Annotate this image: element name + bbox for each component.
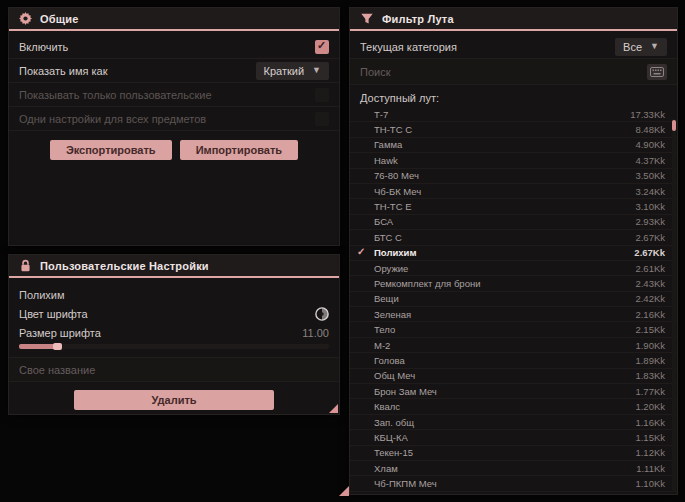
import-button[interactable]: Импортировать bbox=[180, 140, 298, 160]
loot-item-count: 1.90Kk bbox=[635, 340, 665, 351]
resize-grip-icon[interactable] bbox=[339, 486, 349, 496]
loot-item-count: 4.37Kk bbox=[635, 155, 665, 166]
loot-filter-titlebar[interactable]: Фильтр Лута bbox=[350, 8, 677, 31]
enable-row: Включить bbox=[9, 35, 339, 59]
loot-item-row[interactable]: Голова1.89Kk bbox=[350, 353, 677, 368]
slider-handle[interactable] bbox=[53, 343, 62, 350]
loot-item-row[interactable]: Т-717.33Kk bbox=[350, 107, 677, 122]
loot-item-row[interactable]: ТН-ТС Е3.10Kk bbox=[350, 199, 677, 214]
loot-item-name: БТС С bbox=[374, 232, 635, 243]
loot-item-count: 1.10Kk bbox=[635, 478, 665, 489]
loot-item-name: Зап. общ bbox=[374, 417, 635, 428]
loot-item-count: 3.50Kk bbox=[635, 170, 665, 181]
loot-item-row[interactable]: КБЦ-КА1.15Kk bbox=[350, 430, 677, 445]
loot-item-row[interactable]: Брон Зам Меч1.77Kk bbox=[350, 384, 677, 399]
slider-fill bbox=[19, 344, 55, 349]
loot-item-row[interactable]: Ремкомплект для брони2.43Kk bbox=[350, 276, 677, 291]
search-row bbox=[350, 59, 677, 85]
category-row: Текущая категория Все ▼ bbox=[350, 35, 677, 59]
loot-item-count: 2.67Kk bbox=[634, 247, 665, 258]
loot-item-count: 4.90Kk bbox=[635, 139, 665, 150]
loot-item-row[interactable]: Текен-151.12Kk bbox=[350, 446, 677, 461]
loot-item-row[interactable]: Оружие2.61Kk bbox=[350, 261, 677, 276]
user-settings-window: Пользовательские Настройки Полихим Цвет … bbox=[8, 254, 340, 415]
chevron-down-icon: ▼ bbox=[650, 42, 659, 51]
loot-item-count: 2.15Kk bbox=[635, 324, 665, 335]
check-icon: ✓ bbox=[357, 246, 365, 257]
loot-item-name: Текен-15 bbox=[374, 447, 635, 458]
loot-list: Т-717.33KkТН-ТС С8.48KkГамма4.90KkHawk4.… bbox=[350, 107, 677, 492]
loot-item-name: Общ Меч bbox=[374, 370, 635, 381]
loot-item-count: 3.24Kk bbox=[635, 186, 665, 197]
custom-name-row bbox=[9, 358, 339, 382]
only-custom-checkbox[interactable] bbox=[315, 88, 329, 102]
enable-label: Включить bbox=[19, 41, 68, 53]
loot-filter-title: Фильтр Лута bbox=[382, 13, 454, 25]
loot-item-name: БСА bbox=[374, 216, 635, 227]
loot-item-count: 1.89Kk bbox=[635, 355, 665, 366]
general-titlebar[interactable]: Общие bbox=[9, 8, 339, 31]
loot-item-row[interactable]: М-21.90Kk bbox=[350, 338, 677, 353]
font-size-slider[interactable] bbox=[19, 344, 329, 349]
custom-name-input[interactable] bbox=[19, 364, 329, 376]
category-combo[interactable]: Все ▼ bbox=[615, 38, 667, 56]
loot-item-name: Вещи bbox=[374, 293, 635, 304]
selected-item-name: Полихим bbox=[9, 282, 339, 304]
loot-item-row[interactable]: Хлам1.11Kk bbox=[350, 461, 677, 476]
loot-item-row[interactable]: Чб-БК Меч3.24Kk bbox=[350, 184, 677, 199]
loot-item-name: ТН-ТС Е bbox=[374, 201, 635, 212]
same-settings-label: Одни настройки для всех предметов bbox=[19, 113, 206, 125]
show-name-label: Показать имя как bbox=[19, 65, 108, 77]
loot-item-name: Чб-ПКПМ Меч bbox=[374, 478, 635, 489]
loot-item-count: 1.15Kk bbox=[635, 432, 665, 443]
loot-item-count: 1.16Kk bbox=[635, 417, 665, 428]
loot-item-row[interactable]: ✓Полихим2.67Kk bbox=[350, 246, 677, 261]
general-window: Общие Включить Показать имя как Краткий … bbox=[8, 7, 340, 246]
loot-item-count: 1.83Kk bbox=[635, 370, 665, 381]
loot-item-row[interactable]: БТС С2.67Kk bbox=[350, 230, 677, 245]
loot-item-row[interactable]: Общ Меч1.83Kk bbox=[350, 369, 677, 384]
loot-item-name: Оружие bbox=[374, 263, 635, 274]
loot-item-row[interactable]: ТН-ТС С8.48Kk bbox=[350, 122, 677, 137]
loot-scrollbar[interactable] bbox=[672, 118, 676, 492]
general-title: Общие bbox=[40, 13, 79, 25]
same-settings-checkbox[interactable] bbox=[315, 112, 329, 126]
loot-item-count: 2.16Kk bbox=[635, 309, 665, 320]
loot-item-row[interactable]: 76-80 Меч3.50Kk bbox=[350, 169, 677, 184]
export-button[interactable]: Экспортировать bbox=[50, 140, 172, 160]
palette-icon[interactable] bbox=[315, 307, 329, 321]
loot-item-count: 2.42Kk bbox=[635, 293, 665, 304]
loot-item-count: 2.43Kk bbox=[635, 278, 665, 289]
font-color-label: Цвет шрифта bbox=[19, 308, 88, 320]
loot-item-row[interactable]: БСА2.93Kk bbox=[350, 215, 677, 230]
loot-item-row[interactable]: Тело2.15Kk bbox=[350, 322, 677, 337]
gear-icon bbox=[19, 12, 32, 25]
keyboard-icon[interactable] bbox=[647, 64, 667, 80]
show-name-combo[interactable]: Краткий ▼ bbox=[256, 62, 329, 80]
loot-item-count: 3.10Kk bbox=[635, 201, 665, 212]
loot-scrollbar-thumb[interactable] bbox=[672, 120, 676, 131]
enable-checkbox[interactable] bbox=[315, 40, 329, 54]
loot-item-count: 1.11Kk bbox=[636, 463, 665, 474]
loot-item-row[interactable]: Зап. общ1.16Kk bbox=[350, 415, 677, 430]
loot-item-row[interactable]: Гамма4.90Kk bbox=[350, 138, 677, 153]
same-settings-row: Одни настройки для всех предметов bbox=[9, 107, 339, 131]
category-value: Все bbox=[623, 41, 642, 53]
loot-item-name: Хлам bbox=[374, 463, 636, 474]
user-settings-titlebar[interactable]: Пользовательские Настройки bbox=[9, 255, 339, 278]
delete-button[interactable]: Удалить bbox=[74, 390, 274, 410]
resize-grip-icon[interactable] bbox=[329, 404, 338, 413]
export-import-row: Экспортировать Импортировать bbox=[9, 131, 339, 169]
loot-item-name: Тело bbox=[374, 324, 635, 335]
loot-item-row[interactable]: Зеленая2.16Kk bbox=[350, 307, 677, 322]
loot-filter-window: Фильтр Лута Текущая категория Все ▼ bbox=[349, 7, 678, 495]
loot-item-row[interactable]: Чб-ПКПМ Меч1.10Kk bbox=[350, 476, 677, 491]
loot-item-name: Зеленая bbox=[374, 309, 635, 320]
delete-row: Удалить bbox=[9, 382, 339, 416]
user-settings-title: Пользовательские Настройки bbox=[40, 260, 209, 272]
loot-item-name: Т-7 bbox=[374, 109, 630, 120]
loot-item-row[interactable]: Hawk4.37Kk bbox=[350, 153, 677, 168]
loot-item-row[interactable]: Вещи2.42Kk bbox=[350, 292, 677, 307]
loot-item-row[interactable]: Квалс1.20Kk bbox=[350, 399, 677, 414]
search-input[interactable] bbox=[360, 66, 639, 78]
